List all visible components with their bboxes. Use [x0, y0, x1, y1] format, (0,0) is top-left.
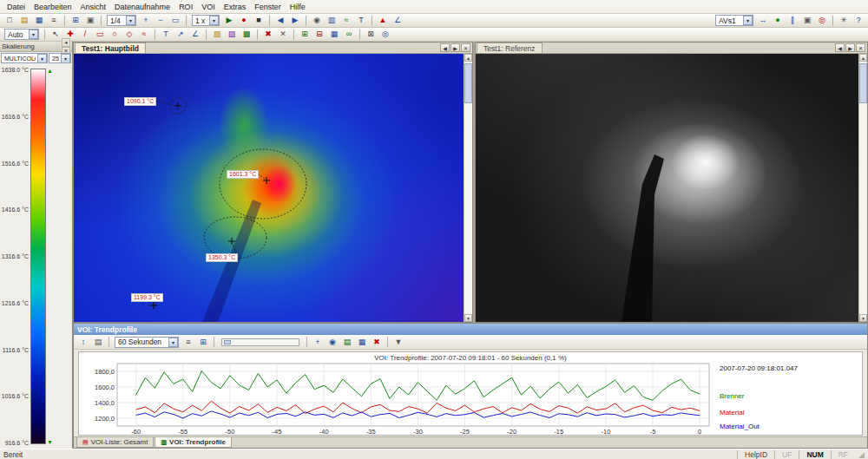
table-view-icon[interactable]: ▦ — [355, 336, 369, 348]
temperature-label[interactable]: 1199.3 °C — [131, 293, 163, 302]
new-file-icon[interactable]: □ — [3, 15, 16, 27]
threshold-icon[interactable]: ▩ — [240, 29, 253, 41]
menu-datei[interactable]: Datei — [3, 2, 30, 12]
reference-image[interactable] — [476, 54, 858, 322]
menu-extras[interactable]: Extras — [220, 2, 251, 12]
undock-icon[interactable]: ◂ — [62, 38, 70, 47]
stop-icon[interactable]: ■ — [252, 15, 266, 27]
tab-hauptbild[interactable]: Test1: Hauptbild — [75, 43, 146, 53]
text-annotation-icon[interactable]: T — [159, 29, 173, 41]
scrollbar-thumb[interactable] — [859, 63, 867, 103]
alarm-icon[interactable]: ▲ — [376, 15, 390, 27]
levels-combo[interactable]: 256 ▾ — [49, 53, 71, 63]
capture-icon[interactable]: ◎ — [815, 15, 829, 27]
polygon-roi-icon[interactable]: ◇ — [122, 29, 136, 41]
time-slider[interactable] — [221, 338, 299, 346]
device-icon[interactable]: ▣ — [800, 15, 814, 27]
connect-icon[interactable]: ↔ — [756, 15, 770, 27]
scroll-up-icon[interactable]: ▲ — [464, 54, 472, 62]
scale-min-handle[interactable]: ▼ — [47, 439, 53, 445]
menu-voi[interactable]: VOI — [197, 2, 220, 12]
main-window-scrollbar[interactable]: ▲▼ — [464, 54, 472, 322]
chevron-down-icon[interactable]: ▾ — [209, 16, 219, 25]
scale-max-handle[interactable]: ▲ — [47, 68, 53, 74]
next-tab-icon[interactable]: ▶ — [845, 43, 855, 52]
menu-ansicht[interactable]: Ansicht — [76, 2, 111, 12]
freehand-roi-icon[interactable]: ≈ — [137, 29, 151, 41]
copy-icon[interactable]: ⊞ — [69, 15, 82, 27]
menu-roi[interactable]: ROI — [174, 2, 197, 12]
tab-voi-liste-gesamt[interactable]: ▤VOI-Liste: Gesamt — [76, 437, 154, 448]
auto-combo[interactable]: Auto▾ — [4, 29, 39, 40]
palette-icon[interactable]: ▨ — [225, 29, 239, 41]
next-tab-icon[interactable]: ▶ — [450, 43, 460, 52]
open-folder-icon[interactable]: ▤ — [17, 15, 31, 27]
zoom-out-icon[interactable]: − — [154, 15, 168, 27]
measure-icon[interactable]: ∠ — [391, 15, 404, 27]
menu-fenster[interactable]: Fenster — [250, 2, 286, 12]
freeze-icon[interactable]: ∥ — [786, 15, 799, 27]
setup-icon[interactable]: ✳ — [837, 15, 851, 27]
histogram-icon[interactable]: ▥ — [325, 15, 339, 27]
menu-hilfe[interactable]: Hilfe — [286, 2, 310, 12]
next-image-icon[interactable]: ▶ — [288, 15, 302, 27]
avs-combo[interactable]: AVs1▾ — [715, 15, 753, 26]
voi-remove-icon[interactable]: ⊟ — [312, 29, 326, 41]
report-icon[interactable]: T — [354, 15, 368, 27]
scale-mode-icon[interactable]: ↕ — [76, 336, 90, 348]
paste-icon[interactable]: ▣ — [83, 15, 97, 27]
menu-datenaufnahme[interactable]: Datenaufnahme — [110, 2, 174, 12]
chevron-down-icon[interactable]: ▾ — [61, 54, 70, 63]
clear-all-icon[interactable]: ✕ — [276, 29, 290, 41]
chevron-down-icon[interactable]: ▾ — [126, 16, 135, 25]
cursor-icon[interactable]: ◉ — [326, 336, 339, 348]
temperature-label[interactable]: 1601.3 °C — [227, 170, 259, 179]
legend-icon[interactable]: ▤ — [340, 336, 354, 348]
tab-referenz[interactable]: Test1: Referenz — [477, 43, 542, 53]
ellipse-roi-icon[interactable]: ○ — [108, 29, 122, 41]
chart-settings-icon[interactable]: ▤ — [91, 336, 105, 348]
ref-window-scrollbar[interactable]: ▲▼ — [858, 54, 867, 322]
tab-voi-trendprofile[interactable]: ▥VOI: Trendprofile — [155, 437, 232, 448]
color-scale-bar[interactable] — [30, 69, 46, 444]
prev-tab-icon[interactable]: ◀ — [835, 43, 845, 52]
delete-series-icon[interactable]: ✖ — [370, 336, 384, 348]
isotherm-icon[interactable]: ▧ — [210, 29, 224, 41]
prev-image-icon[interactable]: ◀ — [273, 15, 287, 27]
camera-icon[interactable]: ◉ — [310, 15, 324, 27]
temperature-label[interactable]: 1090.1 °C — [124, 97, 156, 106]
arrow-annotation-icon[interactable]: ↗ — [174, 29, 187, 41]
chevron-down-icon[interactable]: ▾ — [37, 54, 47, 63]
record-icon[interactable]: ● — [237, 15, 251, 27]
zoom-chart-icon[interactable]: + — [311, 336, 325, 348]
delete-roi-icon[interactable]: ✖ — [261, 29, 275, 41]
scrollbar-track[interactable] — [859, 62, 867, 314]
chevron-down-icon[interactable]: ▾ — [168, 338, 178, 347]
close-window-icon[interactable]: ✕ — [856, 43, 865, 52]
speed-combo[interactable]: 1 x▾ — [192, 15, 220, 26]
slider-thumb[interactable] — [224, 340, 231, 344]
menu-bearbeiten[interactable]: Bearbeiten — [30, 2, 76, 12]
info-icon[interactable]: ◎ — [378, 29, 392, 41]
close-window-icon[interactable]: ✕ — [461, 43, 470, 52]
trend-panel-titlebar[interactable]: VOI: Trendprofile — [74, 324, 867, 335]
print-icon[interactable]: ≡ — [47, 15, 61, 27]
thermal-image[interactable]: 1090.1 °C1601.3 °C1350.3 °C1199.3 °C — [74, 54, 464, 322]
palette-combo[interactable]: MULTICOLOF ▾ — [1, 53, 48, 63]
voi-table-icon[interactable]: ▦ — [327, 29, 341, 41]
scroll-down-icon[interactable]: ▼ — [859, 314, 867, 322]
live-icon[interactable]: ● — [771, 15, 785, 27]
prev-tab-icon[interactable]: ◀ — [440, 43, 450, 52]
temperature-label[interactable]: 1350.3 °C — [206, 253, 238, 262]
scrollbar-thumb[interactable] — [464, 63, 472, 103]
zoom-fit-icon[interactable]: ▭ — [168, 15, 182, 27]
rect-roi-icon[interactable]: ▭ — [93, 29, 107, 41]
resize-grip-icon[interactable]: ◢ — [858, 450, 865, 459]
scroll-up-icon[interactable]: ▲ — [859, 54, 867, 62]
trend-chart-icon[interactable]: ∞ — [342, 29, 356, 41]
play-icon[interactable]: ▶ — [222, 15, 236, 27]
chevron-down-icon[interactable]: ▾ — [29, 30, 38, 39]
zoom-combo[interactable]: 1/4▾ — [107, 15, 136, 26]
zoom-in-icon[interactable]: + — [139, 15, 153, 27]
voi-add-icon[interactable]: ⊞ — [298, 29, 312, 41]
